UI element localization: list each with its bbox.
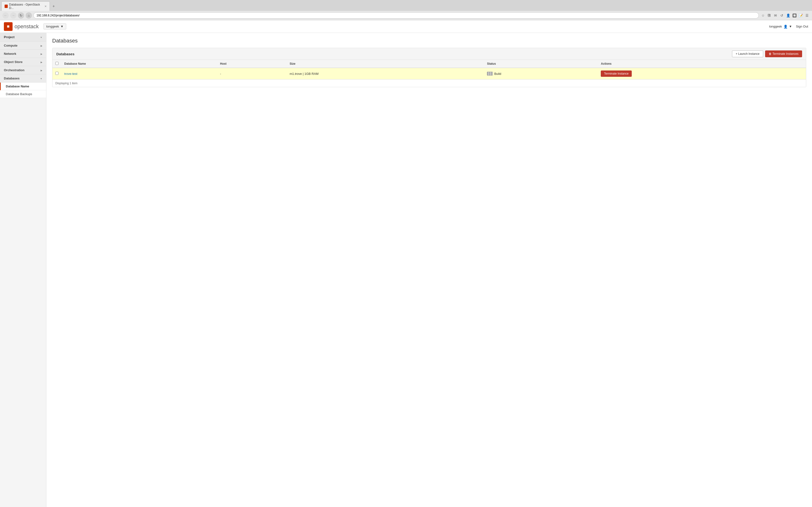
blog-icon[interactable]: 📝 [798, 13, 803, 18]
tab-title: Databases - OpenStack D... [9, 3, 42, 10]
user-avatar-icon: 👤 [783, 24, 788, 29]
top-nav-right: longgeek 👤 ▼ Sign Out [769, 24, 808, 29]
sidebar-group-compute[interactable]: Compute [0, 42, 46, 50]
table-row: trove-test - m1.trove | 1GB RAM [52, 68, 806, 79]
col-size: Size [287, 60, 484, 68]
status-build-icon [487, 72, 493, 75]
sidebar-group-object-store-label: Object Store [4, 60, 22, 64]
sign-out-button[interactable]: Sign Out [796, 24, 808, 28]
sidebar-group-compute-chevron [41, 44, 42, 47]
sidebar-group-object-store[interactable]: Object Store [0, 58, 46, 66]
sidebar-section-label: Project [4, 35, 14, 39]
sidebar-group-orchestration-label: Orchestration [4, 68, 24, 72]
displaying-count: Displaying 1 item [52, 79, 806, 87]
new-tab-button[interactable]: + [51, 3, 57, 9]
row-host-cell: - [217, 68, 287, 79]
row-actions-cell: Terminate Instance [598, 68, 806, 79]
status-label: Build [494, 72, 501, 75]
row-size-cell: m1.trove | 1GB RAM [287, 68, 484, 79]
col-host: Host [217, 60, 287, 68]
extension-icon[interactable]: 🔲 [792, 13, 797, 18]
mail-icon[interactable]: ✉ [773, 13, 778, 18]
back-button[interactable]: ← [2, 12, 9, 18]
forward-button[interactable]: → [10, 12, 16, 18]
project-name: longgeek [46, 24, 59, 28]
home-button[interactable]: ⌂ [26, 12, 32, 18]
col-actions: Actions [598, 60, 806, 68]
table-header-row: Database Name Host Size Status Actions [52, 60, 806, 68]
user-dropdown-icon: ▼ [789, 24, 792, 28]
tab-close-button[interactable]: ✕ [45, 5, 47, 8]
sidebar-item-database-backups-label: Database Backups [6, 92, 32, 96]
sidebar-group-databases[interactable]: Databases [0, 74, 46, 82]
logo-text: openstack [14, 23, 39, 30]
logo-icon: ■ [4, 22, 12, 31]
panel-title: Databases [56, 52, 74, 56]
sidebar-group-orchestration[interactable]: Orchestration [0, 66, 46, 74]
bookmark-icon[interactable]: ☆ [760, 13, 766, 18]
sidebar: Project Compute Network Object Store Orc… [0, 33, 46, 507]
databases-panel: Databases + Launch Instance 🗑 Terminate … [52, 48, 806, 87]
top-nav: ■ openstack longgeek ▼ longgeek 👤 ▼ Sign… [0, 20, 812, 33]
row-checkbox-cell [52, 68, 61, 79]
sidebar-project-header[interactable]: Project [0, 33, 46, 42]
col-database-name: Database Name [61, 60, 217, 68]
panel-actions: + Launch Instance 🗑 Terminate Instances [732, 50, 802, 57]
refresh-icon[interactable]: ↺ [779, 13, 784, 18]
project-dropdown-icon: ▼ [60, 24, 63, 28]
sidebar-group-databases-chevron [40, 76, 42, 80]
active-tab[interactable]: Databases - OpenStack D... ✕ [1, 1, 50, 11]
sidebar-group-orchestration-chevron [41, 68, 42, 72]
sidebar-group-compute-label: Compute [4, 44, 17, 47]
sidebar-group-databases-label: Databases [4, 76, 19, 80]
size-value: m1.trove | 1GB RAM [290, 72, 318, 75]
sidebar-group-network[interactable]: Network [0, 50, 46, 58]
sidebar-group-object-store-chevron [41, 60, 42, 64]
terminate-instances-button[interactable]: 🗑 Terminate Instances [765, 50, 802, 57]
page-title: Databases [52, 38, 806, 44]
url-input[interactable] [33, 12, 759, 18]
host-value: - [220, 72, 221, 75]
tab-favicon [5, 5, 8, 8]
terminate-instance-button[interactable]: Terminate Instance [601, 70, 631, 77]
sidebar-group-network-chevron [41, 52, 42, 56]
panel-header: Databases + Launch Instance 🗑 Terminate … [52, 48, 806, 60]
sidebar-item-database-instances-label: Database Name [6, 84, 29, 88]
select-all-checkbox[interactable] [55, 62, 58, 65]
user-icon[interactable]: 👤 [785, 13, 791, 18]
databases-table: Database Name Host Size Status Actions [52, 60, 806, 79]
row-database-name-cell: trove-test [61, 68, 217, 79]
trash-icon: 🗑 [769, 52, 772, 56]
sidebar-section-chevron [40, 35, 42, 39]
reload-button[interactable]: ↻ [18, 12, 24, 18]
row-checkbox[interactable] [55, 72, 58, 75]
username-label: longgeek [769, 24, 782, 28]
database-name-link[interactable]: trove-test [64, 72, 77, 75]
browser-actions: ☆ 微 ✉ ↺ 👤 🔲 📝 ☰ [760, 13, 810, 18]
status-build: Build [487, 72, 595, 75]
content-area: Databases Databases + Launch Instance 🗑 … [46, 33, 812, 507]
app: ■ openstack longgeek ▼ longgeek 👤 ▼ Sign… [0, 20, 812, 507]
row-status-cell: Build [484, 68, 598, 79]
logo-area: ■ openstack [4, 22, 39, 31]
menu-icon[interactable]: ☰ [804, 13, 810, 18]
sidebar-item-database-backups[interactable]: Database Backups [0, 90, 46, 98]
project-selector[interactable]: longgeek ▼ [44, 23, 66, 30]
weibo-icon[interactable]: 微 [767, 13, 772, 18]
browser-chrome: Databases - OpenStack D... ✕ + ← → ↻ ⌂ ☆… [0, 0, 812, 20]
terminate-all-label: Terminate Instances [773, 52, 799, 56]
address-bar: ← → ↻ ⌂ ☆ 微 ✉ ↺ 👤 🔲 📝 ☰ [0, 11, 812, 20]
select-all-header [52, 60, 61, 68]
sidebar-group-network-label: Network [4, 52, 16, 56]
col-status: Status [484, 60, 598, 68]
main-layout: Project Compute Network Object Store Orc… [0, 33, 812, 507]
tab-bar: Databases - OpenStack D... ✕ + [0, 0, 812, 11]
launch-instance-button[interactable]: + Launch Instance [732, 50, 763, 57]
sidebar-item-database-instances[interactable]: Database Name [0, 82, 46, 90]
user-menu[interactable]: longgeek 👤 ▼ [769, 24, 792, 29]
